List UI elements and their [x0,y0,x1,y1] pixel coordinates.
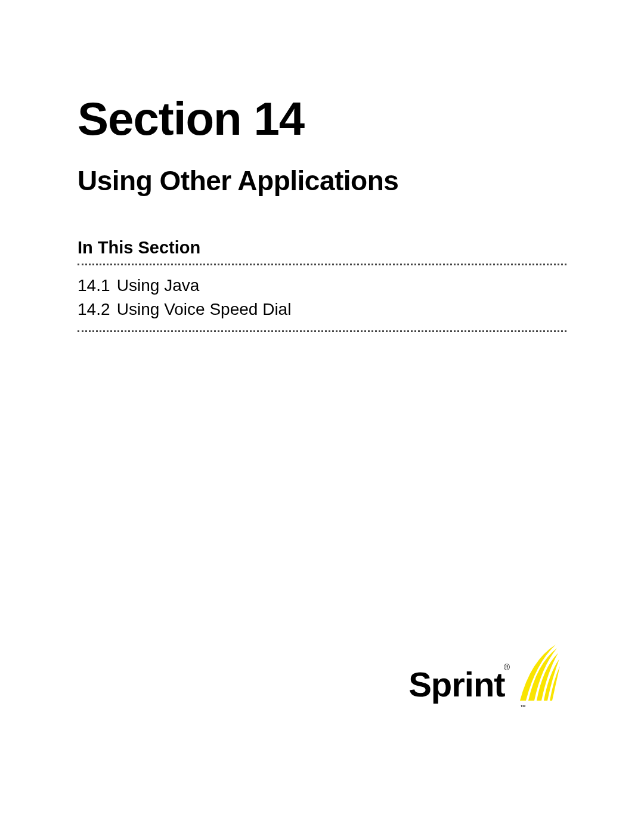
divider-top [78,264,566,265]
brand-name: Sprint [408,665,505,704]
toc-item: 14.1 Using Java [78,274,566,298]
sprint-fan-icon: ™ [519,642,561,702]
toc-item-number: 14.1 [78,274,112,298]
toc-item-title: Using Java [117,276,200,295]
registered-mark: ® [504,662,509,672]
brand-logo: Sprint® ™ [408,642,561,702]
section-number-heading: Section 14 [78,95,566,142]
in-this-section-heading: In This Section [78,238,566,258]
divider-bottom [78,330,566,332]
toc-item-number: 14.2 [78,298,112,322]
section-title: Using Other Applications [78,166,566,196]
document-page: Section 14 Using Other Applications In T… [0,0,644,833]
trademark-mark: ™ [520,704,526,710]
brand-wordmark: Sprint® [408,667,510,702]
toc-item-title: Using Voice Speed Dial [117,300,292,318]
toc-list: 14.1 Using Java 14.2 Using Voice Speed D… [78,274,566,322]
toc-item: 14.2 Using Voice Speed Dial [78,298,566,322]
